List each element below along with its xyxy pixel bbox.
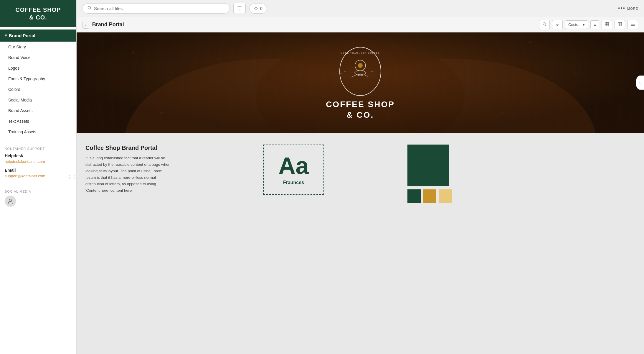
avatar[interactable] [5,196,16,207]
support-section-label: KONTAINER SUPPORT [5,147,72,150]
info-description: It is a long established fact that a rea… [85,155,171,194]
svg-point-14 [358,63,363,68]
sidebar-nav: ∨ Brand Portal Our Story Brand Voice Log… [0,27,76,140]
font-name: Fraunces [283,180,304,185]
list-view-button[interactable] [628,20,638,29]
more-label[interactable]: MORE [627,7,638,10]
email-link[interactable]: support@kontainer.com [5,174,72,178]
svg-point-0 [9,199,11,201]
color-swatch-1 [407,189,421,203]
search-toolbar-button[interactable] [539,20,550,29]
panel-collapse-button[interactable]: ‹ [636,76,644,90]
hero-banner: MORE THAN JUST COFFEE EST 2022 TD COFFEE… [77,32,644,133]
sidebar-item-training-assets[interactable]: Training Assets [0,127,76,137]
helpdesk-title: Helpdesk [5,153,72,158]
topbar: 0 ••• MORE [77,0,644,17]
svg-rect-5 [605,24,607,26]
sidebar-resize-handle[interactable]: ⋮⋮ [67,174,77,180]
font-preview: Aa Fraunces [180,145,407,209]
content-toolbar: ‹ Brand Portal Custo... ▾ ≡ [77,17,644,32]
search-input[interactable] [94,6,225,11]
bottom-section: Coffee Shop Brand Portal It is a long es… [77,133,644,221]
brand-portal-nav-group[interactable]: ∨ Brand Portal [0,30,76,42]
filter-button[interactable] [233,3,246,14]
svg-rect-3 [605,22,607,24]
chevron-down-icon: ▾ [583,22,585,27]
sidebar: COFFEE SHOP & CO. ∨ Brand Portal Our Sto… [0,0,77,354]
brand-portal-label: Brand Portal [9,33,35,38]
filter-toolbar-button[interactable] [552,20,563,29]
main-content: 0 ••• MORE ‹ Brand Portal Custo... [77,0,644,354]
hero-logo-svg: MORE THAN JUST COFFEE EST 2022 TD [337,45,384,98]
svg-text:MORE THAN JUST COFFEE: MORE THAN JUST COFFEE [341,52,380,54]
email-title: Email [5,168,72,173]
sidebar-item-logos[interactable]: Logos [0,63,76,73]
svg-point-1 [88,6,91,9]
sidebar-item-social-media[interactable]: Social Media [0,95,76,105]
info-title: Coffee Shop Brand Portal [85,145,171,151]
customize-label: Custo... [568,22,582,27]
font-display: Aa [278,154,308,178]
font-box: Aa Fraunces [263,145,324,195]
color-swatches [407,189,452,203]
svg-text:TD: TD [340,73,342,75]
sidebar-item-brand-voice[interactable]: Brand Voice [0,52,76,63]
svg-rect-6 [607,24,609,26]
sort-button[interactable]: ≡ [590,20,599,29]
breadcrumb-title: Brand Portal [92,22,124,28]
sidebar-item-fonts-typography[interactable]: Fonts & Typography [0,73,76,84]
svg-rect-4 [607,22,609,24]
topbar-right: ••• MORE [618,5,638,12]
svg-rect-8 [620,22,622,26]
sidebar-item-colors[interactable]: Colors [0,84,76,95]
customize-button[interactable]: Custo... ▾ [565,20,588,29]
hero-content: MORE THAN JUST COFFEE EST 2022 TD COFFEE… [326,45,395,121]
social-section-label: SOCIAL MEDIA [5,190,72,193]
more-dots-icon[interactable]: ••• [618,5,625,12]
app-logo: COFFEE SHOP & CO. [0,0,76,27]
helpdesk-link[interactable]: helpdesk.kontainer.com [5,159,72,164]
search-box[interactable] [82,3,230,14]
color-swatch-3 [439,189,452,203]
content-scroll[interactable]: MORE THAN JUST COFFEE EST 2022 TD COFFEE… [77,32,644,354]
color-swatch-2 [423,189,436,203]
hero-brand-name: COFFEE SHOP & CO. [326,99,395,121]
main-color-swatch [407,145,449,186]
chevron-down-icon: ∨ [5,34,7,37]
favorites-button[interactable]: 0 [249,4,267,14]
svg-text:2022: 2022 [371,71,375,72]
toolbar-actions: Custo... ▾ ≡ [539,20,638,29]
svg-point-2 [543,23,545,25]
social-section: SOCIAL MEDIA [0,187,76,209]
search-icon [87,6,92,11]
sidebar-item-our-story[interactable]: Our Story [0,42,76,52]
color-preview [407,145,635,209]
support-section: KONTAINER SUPPORT Helpdesk helpdesk.kont… [0,142,76,187]
grid-view-button[interactable] [602,20,612,29]
grid2-view-button[interactable] [615,20,625,29]
info-text: Coffee Shop Brand Portal It is a long es… [85,145,180,209]
sidebar-item-text-assets[interactable]: Text Assets [0,116,76,127]
fav-count: 0 [260,6,262,11]
svg-rect-7 [618,22,620,26]
svg-text:EST: EST [344,71,348,72]
sidebar-item-brand-assets[interactable]: Brand Assets [0,105,76,116]
back-button[interactable]: ‹ [82,21,89,29]
